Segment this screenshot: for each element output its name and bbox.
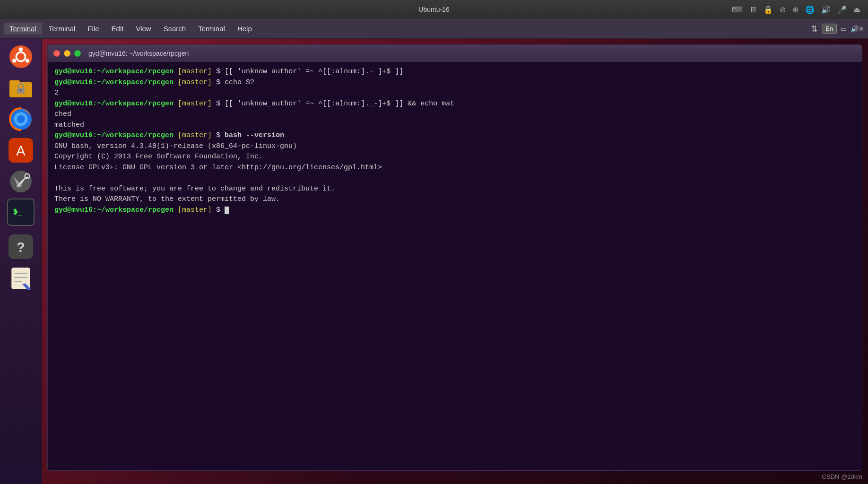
sidebar-item-ubuntu[interactable] — [7, 43, 35, 71]
svg-text:A: A — [16, 143, 26, 158]
globe-icon: 🌐 — [805, 5, 815, 14]
menu-search[interactable]: Search — [158, 23, 192, 35]
menu-bar-right: ⇅ En ▭ 🔊✕ — [811, 24, 864, 34]
sidebar-item-terminal[interactable]: $_ — [7, 199, 35, 226]
menu-terminal-app[interactable]: Terminal — [4, 23, 42, 35]
sidebar-dock: A $_ ? — [0, 39, 42, 484]
terminal-prompt-final: gyd@mvu16:~/workspace/rpcgen [master] $ — [54, 205, 855, 216]
cursor — [225, 207, 229, 214]
volume-mute-icon: 🔊✕ — [851, 25, 864, 33]
sidebar-item-appstore[interactable]: A — [7, 136, 35, 164]
terminal-title: gyd@mvu16: ~/workspace/rpcgen — [88, 50, 189, 57]
terminal-output-copyright: Copyright (C) 2013 Free Software Foundat… — [54, 152, 855, 163]
menu-edit[interactable]: Edit — [106, 23, 130, 35]
main-area: A $_ ? — [0, 39, 868, 484]
terminal-output-bash-version: GNU bash, version 4.3.48(1)-release (x86… — [54, 141, 855, 152]
svg-text:?: ? — [17, 240, 25, 255]
terminal-line-1: gyd@mvu16:~/workspace/rpcgen [master] $ … — [54, 67, 855, 78]
terminal-output-free: This is free software; you are free to c… — [54, 184, 855, 195]
content-area: gyd@mvu16: ~/workspace/rpcgen gyd@mvu16:… — [42, 39, 868, 484]
eject-icon: ⏏ — [853, 5, 860, 14]
svg-point-2 — [18, 47, 22, 51]
keyboard-icon: ⌨ — [732, 5, 743, 14]
terminal-titlebar: gyd@mvu16: ~/workspace/rpcgen — [48, 45, 862, 62]
terminal-output-2: 2 — [54, 88, 855, 99]
processor-icon: 🖥 — [749, 5, 757, 14]
network-icon: ⊕ — [792, 5, 799, 14]
battery-icon: ▭ — [841, 25, 847, 33]
sidebar-item-settings[interactable] — [7, 167, 35, 196]
mic-icon: 🎤 — [837, 5, 847, 14]
sidebar-item-help[interactable]: ? — [7, 233, 35, 261]
title-bar: Ubuntu-16 ⌨ 🖥 🔒 ⊘ ⊕ 🌐 🔊 🎤 ⏏ — [0, 0, 868, 19]
terminal-output-matched: matched — [54, 120, 855, 131]
watermark: CSDN @10km — [822, 473, 862, 480]
volume-icon: 🔊 — [821, 5, 831, 14]
terminal-line-4: gyd@mvu16:~/workspace/rpcgen [master] $ … — [54, 130, 855, 141]
terminal-output-warranty: There is NO WARRANTY, to the extent perm… — [54, 194, 855, 205]
close-button[interactable] — [53, 50, 60, 57]
sidebar-item-notes[interactable] — [7, 264, 35, 292]
menu-view[interactable]: View — [130, 23, 156, 35]
terminal-window: gyd@mvu16: ~/workspace/rpcgen gyd@mvu16:… — [47, 44, 862, 471]
menu-bar: Terminal Terminal File Edit View Search … — [0, 19, 868, 39]
terminal-output-blank — [54, 173, 855, 184]
svg-point-3 — [25, 59, 29, 62]
menu-file[interactable]: File — [82, 23, 104, 35]
terminal-output-license: License GPLv3+: GNU GPL version 3 or lat… — [54, 163, 855, 173]
svg-point-9 — [20, 89, 22, 91]
maximize-button[interactable] — [74, 50, 81, 57]
title-bar-icons: ⌨ 🖥 🔒 ⊘ ⊕ 🌐 🔊 🎤 ⏏ — [732, 5, 860, 14]
menu-terminal[interactable]: Terminal — [43, 23, 81, 35]
language-badge[interactable]: En — [822, 24, 837, 34]
lock-icon: 🔒 — [764, 5, 773, 14]
menu-help[interactable]: Help — [232, 23, 258, 35]
terminal-line-2: gyd@mvu16:~/workspace/rpcgen [master] $ … — [54, 78, 855, 88]
sidebar-item-firefox[interactable] — [7, 105, 35, 133]
network-disabled-icon: ⊘ — [780, 5, 786, 14]
window-title: Ubuntu-16 — [418, 6, 449, 13]
terminal-body[interactable]: gyd@mvu16:~/workspace/rpcgen [master] $ … — [48, 62, 862, 470]
svg-point-4 — [12, 59, 16, 62]
terminal-output-ched: ched — [54, 109, 855, 120]
svg-point-12 — [17, 115, 25, 123]
terminal-line-3: gyd@mvu16:~/workspace/rpcgen [master] $ … — [54, 99, 855, 110]
minimize-button[interactable] — [64, 50, 70, 57]
menu-terminal2[interactable]: Terminal — [192, 23, 231, 35]
sidebar-item-files[interactable] — [7, 74, 35, 102]
sort-icon: ⇅ — [811, 24, 818, 34]
